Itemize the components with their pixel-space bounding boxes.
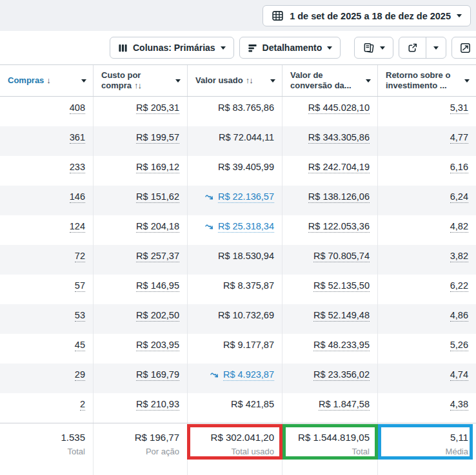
totals-conversao: R$ 1.544.819,05 Total: [283, 423, 378, 475]
calendar-icon: [272, 10, 284, 22]
totals-conversao-label: Total: [288, 447, 370, 456]
custo-value[interactable]: R$ 169,79: [136, 369, 179, 381]
conversao-value[interactable]: R$ 1.847,58: [319, 399, 370, 411]
compras-value[interactable]: 45: [75, 340, 85, 351]
usado-value: R$ 421,85: [231, 399, 274, 410]
totals-conversao-value: R$ 1.544.819,05: [288, 432, 370, 443]
conversao-value[interactable]: R$ 122.053,36: [308, 221, 370, 233]
totals-compras-value: 1.535: [5, 432, 85, 443]
trend-chart-icon: [459, 42, 471, 54]
sort-desc-icon: ↓: [46, 75, 50, 85]
chevron-down-icon: [380, 46, 385, 50]
compras-value[interactable]: 233: [70, 162, 85, 173]
usado-value[interactable]: R$ 22.136,57: [218, 191, 274, 203]
ads-manager-report: 1 de set de 2025 a 18 de dez de 2025 Col…: [0, 0, 476, 475]
compras-value[interactable]: 408: [70, 102, 85, 114]
usado-value: R$ 18.530,94: [218, 251, 274, 262]
custo-value[interactable]: R$ 210,93: [136, 399, 179, 411]
conversao-value[interactable]: R$ 23.356,02: [313, 369, 370, 381]
totals-usado: R$ 302.041,20 Total usado: [188, 423, 283, 475]
roas-value[interactable]: 5,26: [450, 340, 468, 351]
custo-value[interactable]: R$ 257,37: [136, 251, 179, 262]
custo-value[interactable]: R$ 203,95: [136, 340, 179, 351]
conversao-value[interactable]: R$ 70.805,74: [313, 251, 370, 262]
totals-custo-label: Por ação: [99, 447, 179, 456]
column-label-line2: compra: [101, 81, 132, 90]
compras-value[interactable]: 53: [75, 310, 85, 322]
columns-icon: [118, 43, 128, 53]
custo-value[interactable]: R$ 202,50: [136, 310, 179, 322]
export-split-button: [399, 37, 446, 59]
date-range-button[interactable]: 1 de set de 2025 a 18 de dez de 2025: [263, 5, 471, 26]
roas-value[interactable]: 4,77: [450, 132, 468, 144]
totals-row: 1.535 Total R$ 196,77 Por ação R$ 302.04…: [0, 423, 476, 475]
conversao-value[interactable]: R$ 138.126,06: [308, 191, 370, 203]
totals-compras-label: Total: [5, 447, 85, 456]
roas-value[interactable]: 3,82: [450, 251, 468, 262]
chevron-down-icon[interactable]: [464, 79, 470, 82]
compras-value[interactable]: 72: [75, 251, 85, 262]
compras-value[interactable]: 2: [80, 399, 85, 411]
custo-value[interactable]: R$ 169,12: [136, 162, 179, 173]
conversao-value[interactable]: R$ 343.305,86: [308, 132, 370, 144]
roas-value[interactable]: 6,16: [450, 162, 468, 173]
compras-value[interactable]: 361: [70, 132, 85, 144]
column-label-line2: conversão da...: [290, 81, 352, 91]
compras-value[interactable]: 146: [70, 191, 85, 203]
export-icon: [406, 42, 419, 54]
roas-value[interactable]: 4,86: [450, 310, 468, 322]
chevron-down-icon[interactable]: [175, 79, 181, 82]
custo-value[interactable]: R$ 151,62: [136, 191, 179, 203]
usado-value: R$ 83.765,86: [218, 102, 274, 113]
table-row: 29 R$ 169,79 R$ 4.923,87 R$ 23.356,02 4,…: [0, 364, 476, 393]
export-button[interactable]: [399, 37, 426, 58]
roas-value[interactable]: 4,38: [450, 399, 468, 411]
totals-roas-label: Média: [383, 447, 468, 456]
column-header-valor-conversao[interactable]: Valor de conversão da...: [283, 65, 378, 96]
conversao-value[interactable]: R$ 48.233,95: [313, 340, 370, 351]
custo-value[interactable]: R$ 204,18: [136, 221, 179, 233]
charts-button[interactable]: [451, 37, 476, 59]
usado-value[interactable]: R$ 4.923,87: [223, 369, 274, 381]
table-row: 233 R$ 169,12 R$ 39.405,99 R$ 242.704,19…: [0, 156, 476, 186]
column-header-compras[interactable]: Compras↓: [0, 65, 94, 96]
conversao-value[interactable]: R$ 445.028,10: [308, 102, 370, 114]
usado-value: R$ 9.177,87: [223, 340, 274, 351]
toolbar: Colunas: Primárias Detalhamento: [0, 31, 476, 64]
chevron-down-icon[interactable]: [81, 79, 86, 82]
totals-custo: R$ 196,77 Por ação: [94, 423, 188, 475]
column-header-valor-usado[interactable]: Valor usado↑↓: [188, 65, 283, 96]
custo-value[interactable]: R$ 146,95: [136, 280, 179, 292]
reports-button[interactable]: [354, 37, 393, 59]
chevron-down-icon[interactable]: [270, 79, 275, 82]
conversao-value[interactable]: R$ 52.135,50: [313, 280, 370, 292]
roas-value[interactable]: 6,24: [450, 191, 468, 203]
columns-button[interactable]: Colunas: Primárias: [110, 37, 234, 59]
column-header-roas[interactable]: Retorno sobre o investimento ...: [378, 65, 476, 96]
conversao-value[interactable]: R$ 52.149,48: [313, 310, 370, 322]
breakdown-button[interactable]: Detalhamento: [239, 37, 341, 59]
columns-button-label: Colunas: Primárias: [133, 43, 215, 53]
roas-value[interactable]: 5,31: [450, 102, 468, 114]
compras-value[interactable]: 29: [75, 369, 85, 381]
conversao-value[interactable]: R$ 242.704,19: [308, 162, 370, 173]
compras-value[interactable]: 57: [75, 280, 85, 292]
custo-value[interactable]: R$ 199,57: [136, 132, 179, 144]
custo-value[interactable]: R$ 205,31: [136, 102, 179, 114]
chevron-down-icon[interactable]: [366, 79, 371, 82]
compras-value[interactable]: 124: [70, 221, 85, 233]
table-body: 408 R$ 205,31 R$ 83.765,86 R$ 445.028,10…: [0, 97, 476, 423]
column-label: Retorno sobre o: [386, 70, 450, 81]
roas-value[interactable]: 6,22: [450, 280, 468, 292]
totals-usado-label: Total usado: [193, 447, 274, 456]
export-options-button[interactable]: [426, 37, 446, 58]
table-row: 124 R$ 204,18 R$ 25.318,34 R$ 122.053,36…: [0, 215, 476, 245]
sort-both-icon: ↑↓: [246, 75, 253, 85]
column-label: Compras: [8, 75, 44, 85]
roas-value[interactable]: 4,82: [450, 221, 468, 233]
table-row: 146 R$ 151,62 R$ 22.136,57 R$ 138.126,06…: [0, 186, 476, 215]
usado-value[interactable]: R$ 25.318,34: [218, 221, 274, 233]
column-header-custo-por-compra[interactable]: Custo por compra↑↓: [94, 65, 188, 96]
roas-value[interactable]: 4,74: [450, 369, 468, 381]
usado-value: R$ 8.375,87: [223, 280, 274, 291]
